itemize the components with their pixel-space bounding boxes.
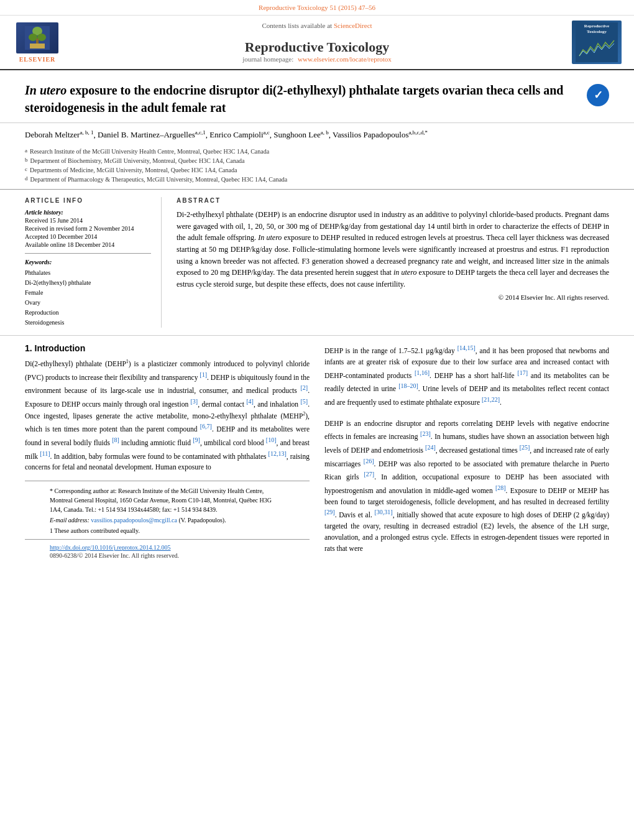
keyword-5: Reproduction	[25, 308, 151, 318]
journal-url-link[interactable]: www.elsevier.com/locate/reprotox	[298, 55, 392, 63]
keyword-4: Ovary	[25, 298, 151, 308]
cite-2[interactable]: [2]	[300, 384, 308, 391]
crossmark-badge: ✓	[587, 84, 609, 106]
received-revised-date: Received in revised form 2 November 2014	[25, 225, 151, 232]
svg-point-3	[37, 34, 46, 41]
article-info-col: ARTICLE INFO Article history: Received 1…	[25, 197, 162, 328]
footnote-corresponding-text: Corresponding author at: Research Instit…	[50, 487, 272, 513]
abstract-text: Di-2-ethylhexyl phthalate (DEHP) is an e…	[177, 209, 609, 290]
header-center: Contents lists available at ScienceDirec…	[68, 21, 566, 64]
cite-18-20[interactable]: [18–20]	[398, 382, 418, 389]
received-date: Received 15 June 2014	[25, 217, 151, 224]
author-sup-3: a,c	[264, 129, 270, 136]
journal-url-line: journal homepage: www.elsevier.com/locat…	[68, 55, 566, 63]
cite-28[interactable]: [28]	[495, 484, 506, 491]
affiliations: a Research Institute of the McGill Unive…	[0, 144, 634, 190]
footnote-star: *	[50, 487, 55, 494]
abstract-label: ABSTRACT	[177, 197, 609, 204]
affiliation-b: b Department of Biochemistry, McGill Uni…	[25, 156, 609, 165]
cite-25[interactable]: [25]	[520, 444, 530, 451]
header-section: ELSEVIER Contents lists available at Sci…	[0, 16, 634, 70]
copyright-line: © 2014 Elsevier Inc. All rights reserved…	[177, 293, 609, 301]
info-divider	[25, 253, 151, 254]
article-title-text: In utero exposure to the endocrine disru…	[25, 81, 581, 116]
cite-14-15[interactable]: [14,15]	[457, 344, 476, 351]
cite-5[interactable]: [5]	[300, 398, 308, 405]
doi-section: http://dx.doi.org/10.1016/j.reprotox.201…	[25, 539, 310, 561]
email-link[interactable]: vassilios.papadopoulos@mcgill.ca	[91, 517, 177, 524]
journal-url-label: journal homepage:	[242, 55, 293, 63]
elsevier-wordmark: ELSEVIER	[19, 56, 56, 63]
cite-17[interactable]: [17]	[517, 369, 528, 376]
cite-3[interactable]: [3]	[191, 398, 198, 405]
affiliation-c: c Departments of Medicine, McGill Univer…	[25, 165, 609, 175]
sciencedirect-link[interactable]: ScienceDirect	[334, 22, 372, 29]
email-suffix: (V. Papadopoulos).	[178, 517, 226, 524]
repro-tox-badge: ReproductiveToxicology	[576, 22, 618, 62]
cite-24[interactable]: [24]	[425, 444, 436, 451]
mehp-sup: 2	[303, 411, 305, 417]
cite-27[interactable]: [27]	[364, 471, 375, 478]
article-info-label: ARTICLE INFO	[25, 197, 151, 204]
keywords-label: Keywords:	[25, 259, 151, 265]
keyword-2: Di-2(ethylhexyl) phthalate	[25, 278, 151, 288]
elsevier-logo: ELSEVIER	[12, 21, 62, 64]
author-sup-5: a,b,c,d,*	[408, 129, 428, 136]
cite-12-13[interactable]: [12,13]	[269, 450, 287, 457]
cite-26[interactable]: [26]	[364, 458, 374, 464]
intro-heading: 1. Introduction	[25, 343, 310, 353]
cite-9[interactable]: [9]	[193, 436, 200, 443]
title-italic: In utero	[25, 83, 67, 97]
affiliation-c-text: Departments of Medicine, McGill Universi…	[30, 165, 237, 175]
cite-1[interactable]: [1]	[200, 371, 207, 378]
authors-line: Deborah Meltzera, b, 1, Daniel B. Martin…	[25, 128, 609, 142]
cite-30-31[interactable]: [30,31]	[374, 509, 392, 515]
page: Reproductive Toxicology 51 (2015) 47–56 …	[0, 0, 634, 840]
affiliation-d: d Department of Pharmacology & Therapeut…	[25, 175, 609, 184]
contents-available: Contents lists available at ScienceDirec…	[68, 22, 566, 37]
footnote-corresponding: * Corresponding author at: Research Inst…	[50, 486, 285, 514]
journal-ref: Reproductive Toxicology 51 (2015) 47–56	[259, 4, 375, 11]
keyword-1: Phthalates	[25, 268, 151, 278]
footnotes: * Corresponding author at: Research Inst…	[25, 481, 310, 539]
history-label: Article history:	[25, 209, 151, 216]
article-title: In utero exposure to the endocrine disru…	[25, 81, 581, 116]
cite-10[interactable]: [10]	[266, 436, 277, 443]
cite-21-22[interactable]: [21,22]	[482, 396, 500, 403]
cite-29[interactable]: [29]	[324, 509, 335, 515]
dehp-sup: 1	[126, 359, 129, 364]
contents-text: Contents lists available at	[262, 22, 332, 29]
author-sup-1: a, b, 1	[80, 129, 93, 136]
issn-text: 0890-6238/© 2014 Elsevier Inc. All right…	[50, 552, 285, 559]
affiliation-a-text: Research Institute of the McGill Univers…	[30, 147, 269, 156]
doi-link[interactable]: http://dx.doi.org/10.1016/j.reprotox.201…	[50, 544, 171, 551]
affiliation-b-text: Department of Biochemistry, McGill Unive…	[30, 156, 245, 165]
right-para-1: DEHP is in the range of 1.7–52.1 μg/kg/d…	[324, 343, 609, 408]
svg-point-2	[29, 34, 37, 41]
email-label: E-mail address:	[50, 517, 91, 524]
abstract-col: ABSTRACT Di-2-ethylhexyl phthalate (DEHP…	[177, 197, 609, 328]
journal-thumbnail: ReproductiveToxicology	[572, 21, 622, 64]
journal-name-header: Reproductive Toxicology	[68, 39, 566, 55]
cite-23[interactable]: [23]	[420, 430, 431, 437]
main-content: 1. Introduction Di(2-ethylhexyl) phthala…	[0, 336, 634, 569]
intro-body: Di(2-ethylhexyl) phthalate (DEHP1) is a …	[25, 358, 310, 473]
cite-1-16[interactable]: [1,16]	[415, 369, 430, 376]
elsevier-logo-box	[16, 22, 58, 53]
cite-8[interactable]: [8]	[112, 436, 119, 443]
article-info-abstract-section: ARTICLE INFO Article history: Received 1…	[0, 190, 634, 336]
cite-11[interactable]: [11]	[40, 450, 50, 457]
svg-rect-5	[30, 44, 45, 48]
authors-section: Deborah Meltzera, b, 1, Daniel B. Martin…	[0, 123, 634, 144]
keyword-6: Steroidogenesis	[25, 318, 151, 328]
left-col: 1. Introduction Di(2-ethylhexyl) phthala…	[25, 343, 310, 561]
title-rest: exposure to the endocrine disruptor di(2…	[25, 83, 563, 114]
affiliation-a: a Research Institute of the McGill Unive…	[25, 147, 609, 156]
cite-4[interactable]: [4]	[246, 398, 254, 405]
footnote-email: E-mail address: vassilios.papadopoulos@m…	[50, 515, 285, 525]
author-sup-4: a, b	[321, 129, 329, 136]
cite-6-7[interactable]: [6,7]	[200, 423, 212, 430]
footnote-equal: 1 These authors contributed equally.	[50, 526, 285, 535]
author-sup-2: a,c,1	[195, 129, 206, 136]
available-date: Available online 18 December 2014	[25, 241, 151, 248]
